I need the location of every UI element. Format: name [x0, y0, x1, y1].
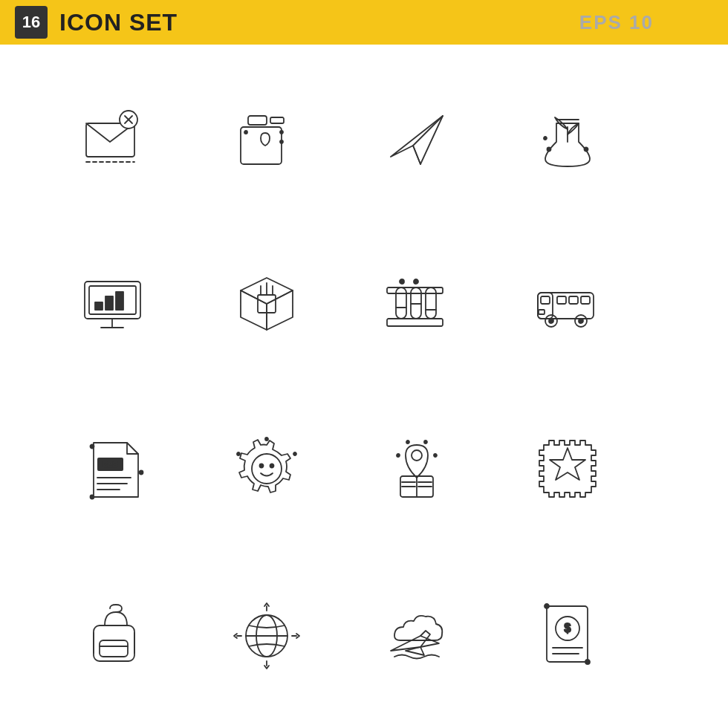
- svg-point-10: [280, 140, 283, 143]
- svg-rect-81: [100, 640, 128, 657]
- svg-rect-48: [581, 296, 590, 304]
- icon-monitor-chart: [45, 225, 188, 383]
- svg-point-42: [414, 279, 418, 284]
- svg-point-93: [545, 604, 549, 608]
- svg-rect-47: [569, 296, 578, 304]
- svg-rect-39: [426, 287, 436, 319]
- svg-line-13: [413, 146, 420, 164]
- svg-point-9: [280, 131, 283, 134]
- svg-rect-25: [116, 292, 123, 310]
- svg-marker-79: [550, 448, 585, 480]
- svg-point-68: [412, 450, 422, 461]
- badge: 16: [15, 6, 48, 39]
- icon-grid: CSS: [0, 45, 669, 728]
- svg-point-64: [270, 464, 273, 468]
- svg-rect-46: [557, 296, 566, 304]
- icon-mail-delete: [45, 59, 188, 218]
- svg-rect-35: [396, 287, 406, 319]
- icon-book-location: [345, 390, 489, 548]
- svg-point-52: [579, 319, 583, 323]
- svg-point-65: [265, 438, 268, 441]
- icon-airplane-cloud: [345, 556, 489, 714]
- svg-point-17: [584, 148, 588, 152]
- svg-rect-33: [387, 319, 443, 326]
- svg-point-77: [397, 454, 400, 457]
- svg-rect-23: [95, 302, 103, 310]
- page-title: ICON SET: [59, 9, 178, 36]
- icon-money-document: $: [496, 556, 640, 714]
- icon-backpack: [45, 556, 188, 714]
- svg-rect-6: [248, 116, 267, 125]
- icon-processor-box: [195, 225, 339, 383]
- svg-point-60: [140, 471, 143, 475]
- svg-point-8: [244, 131, 247, 134]
- svg-point-61: [91, 495, 94, 499]
- svg-marker-27: [241, 290, 267, 330]
- svg-text:CSS: CSS: [103, 461, 118, 469]
- svg-rect-7: [270, 117, 284, 123]
- svg-point-18: [544, 137, 547, 140]
- icon-fuel-canister: [195, 59, 339, 218]
- icon-gear-face: [195, 390, 339, 548]
- svg-rect-45: [541, 296, 550, 304]
- svg-point-75: [406, 441, 409, 443]
- svg-line-12: [413, 116, 443, 146]
- svg-point-94: [585, 660, 590, 664]
- svg-point-67: [237, 452, 240, 455]
- icon-school-bus: [496, 225, 640, 383]
- svg-point-59: [91, 445, 94, 449]
- svg-point-78: [434, 454, 437, 457]
- svg-rect-53: [539, 310, 545, 314]
- icon-plant-flask: [496, 59, 640, 218]
- eps-label: EPS 10: [579, 11, 654, 34]
- icon-star-stamp: [496, 390, 640, 548]
- icon-paper-plane: [345, 59, 489, 218]
- svg-point-41: [400, 279, 404, 284]
- svg-point-63: [259, 464, 263, 468]
- svg-point-76: [424, 441, 427, 443]
- svg-point-50: [549, 319, 553, 323]
- icon-test-tubes: [345, 225, 489, 383]
- svg-marker-28: [267, 290, 293, 330]
- svg-text:$: $: [564, 622, 571, 634]
- svg-point-16: [547, 148, 550, 152]
- header: 16 ICON SET EPS 10: [0, 0, 728, 45]
- svg-point-66: [293, 452, 296, 455]
- svg-rect-37: [411, 287, 421, 319]
- icon-globe-arrows: [195, 556, 339, 714]
- icon-css-file: CSS: [45, 390, 188, 548]
- svg-point-62: [252, 454, 282, 484]
- svg-rect-24: [105, 296, 113, 310]
